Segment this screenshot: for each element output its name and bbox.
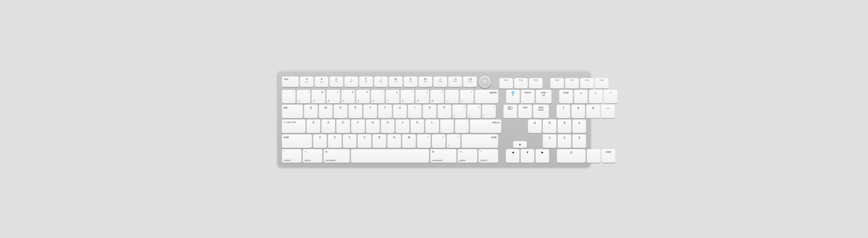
key-f4[interactable]: ⌕ F4 [344, 77, 358, 87]
key-o[interactable]: O [423, 105, 436, 118]
key-rcontrol[interactable]: ^ control [478, 149, 498, 163]
key-lshift[interactable]: shift [282, 135, 312, 148]
key-f2[interactable]: ☀ F2 [315, 77, 328, 87]
key-fn[interactable]: 🌐 fn [506, 90, 520, 103]
key-f3[interactable]: ⊡ F3 [330, 77, 343, 87]
key-lcontrol[interactable]: ^ control [282, 149, 302, 163]
key-num-5[interactable]: 5 [543, 120, 556, 133]
key-c[interactable]: C [343, 135, 356, 148]
key-num-3[interactable]: 3 [572, 135, 586, 148]
key-4[interactable]: $ 4 [341, 90, 355, 103]
key-num-4[interactable]: 4 [528, 120, 541, 133]
key-minus[interactable]: _ — [445, 90, 459, 103]
key-f6[interactable]: ☽ F6 [374, 77, 388, 87]
key-e[interactable]: E [334, 105, 347, 118]
key-f17[interactable]: F17 [565, 78, 579, 89]
key-a[interactable]: A [307, 120, 320, 133]
key-num-7[interactable]: 7 [557, 105, 570, 118]
key-m[interactable]: M [402, 135, 416, 148]
key-period[interactable]: > . [432, 135, 445, 148]
key-u[interactable]: U [393, 105, 407, 118]
key-fwd-delete[interactable]: ⌦ [503, 105, 517, 118]
key-home[interactable]: home [521, 90, 534, 103]
key-space[interactable] [351, 149, 429, 163]
key-semicolon[interactable]: : ; [440, 120, 454, 133]
key-num-9[interactable]: 9 [586, 105, 600, 118]
key-num-equals[interactable]: = [574, 90, 588, 103]
key-2[interactable]: @ 2 [312, 90, 325, 103]
key-return[interactable]: return [470, 120, 501, 133]
key-page-up[interactable]: pageup [536, 90, 551, 103]
key-delete[interactable]: delete [475, 90, 498, 103]
key-f9[interactable]: ⏭ F9 [418, 77, 432, 87]
key-h[interactable]: H [381, 120, 395, 133]
key-i[interactable]: I [408, 105, 422, 118]
key-rshift[interactable]: shift [462, 135, 498, 148]
key-num-minus[interactable]: – [601, 105, 615, 118]
key-f18[interactable]: F18 [580, 78, 594, 89]
key-num-enter[interactable]: enter [602, 149, 615, 163]
key-t[interactable]: T [364, 105, 377, 118]
key-num-clear[interactable]: clear [559, 90, 573, 103]
key-f[interactable]: F [351, 120, 365, 133]
key-lbracket[interactable]: { [ [453, 105, 466, 118]
key-num-divide[interactable]: / [589, 90, 602, 103]
key-slash[interactable]: ? / [447, 135, 460, 148]
key-num-plus[interactable]: + [572, 120, 586, 133]
key-v[interactable]: V [358, 135, 371, 148]
key-f11[interactable]: ◁) F11 [448, 77, 462, 87]
key-f1[interactable]: ☀ F1 [300, 77, 313, 87]
key-roption[interactable]: ⌥ option [458, 149, 477, 163]
key-capslock[interactable]: caps lock [282, 120, 305, 133]
key-s[interactable]: S [321, 120, 335, 133]
key-n[interactable]: N [388, 135, 401, 148]
key-rbracket[interactable]: } ] [467, 105, 481, 118]
key-r[interactable]: R [349, 105, 362, 118]
key-z[interactable]: Z [313, 135, 327, 148]
key-q[interactable]: Q [304, 105, 318, 118]
key-num-1[interactable]: 1 [543, 135, 556, 148]
key-y[interactable]: Y [378, 105, 392, 118]
key-arrow-up[interactable]: ▲ [513, 141, 527, 148]
key-p[interactable]: P [438, 105, 451, 118]
key-l[interactable]: L [426, 120, 439, 133]
key-backslash[interactable]: | \ [482, 105, 496, 118]
key-num-6[interactable]: 6 [558, 120, 571, 133]
key-comma[interactable]: < , [417, 135, 431, 148]
key-f12[interactable]: ◁)) F12 [463, 77, 477, 87]
key-num-decimal[interactable]: . [587, 149, 600, 163]
key-f14[interactable]: F14 [514, 78, 528, 89]
key-k[interactable]: K [410, 120, 424, 133]
key-w[interactable]: W [319, 105, 333, 118]
key-0[interactable]: ) 0 [430, 90, 444, 103]
key-grave[interactable]: ~ ` [282, 90, 296, 103]
key-lcommand[interactable]: ⌘ command [323, 149, 350, 163]
key-f10[interactable]: ◁ F10 [433, 77, 447, 87]
key-page-down[interactable]: pagedown [533, 105, 549, 118]
key-tab[interactable]: tab [282, 105, 303, 118]
key-f16[interactable]: F16 [550, 78, 564, 89]
key-quote[interactable]: " ' [455, 120, 469, 133]
key-equals[interactable]: + = [460, 90, 473, 103]
key-f15[interactable]: F15 [529, 78, 542, 89]
key-9[interactable]: ( 9 [415, 90, 429, 103]
key-6[interactable]: ^ 6 [371, 90, 384, 103]
key-num-0[interactable]: 0 [557, 149, 586, 163]
key-loption[interactable]: ⌥ option [303, 149, 322, 163]
key-f13[interactable]: F13 [499, 78, 513, 89]
key-arrow-down[interactable]: ▼ [521, 149, 534, 163]
key-3[interactable]: # 3 [327, 90, 340, 103]
key-arrow-right[interactable]: ▶ [535, 149, 549, 163]
key-esc[interactable]: esc [282, 77, 299, 87]
key-b[interactable]: B [373, 135, 386, 148]
key-x[interactable]: X [328, 135, 342, 148]
key-num-multiply[interactable]: * [604, 90, 617, 103]
key-7[interactable]: & 7 [386, 90, 399, 103]
key-g[interactable]: G [366, 120, 380, 133]
key-num-8[interactable]: 8 [571, 105, 585, 118]
key-j[interactable]: J [396, 120, 409, 133]
key-8[interactable]: * 8 [401, 90, 414, 103]
key-arrow-left[interactable]: ◀ [506, 149, 519, 163]
key-d[interactable]: D [336, 120, 350, 133]
key-end[interactable]: end [518, 105, 532, 118]
